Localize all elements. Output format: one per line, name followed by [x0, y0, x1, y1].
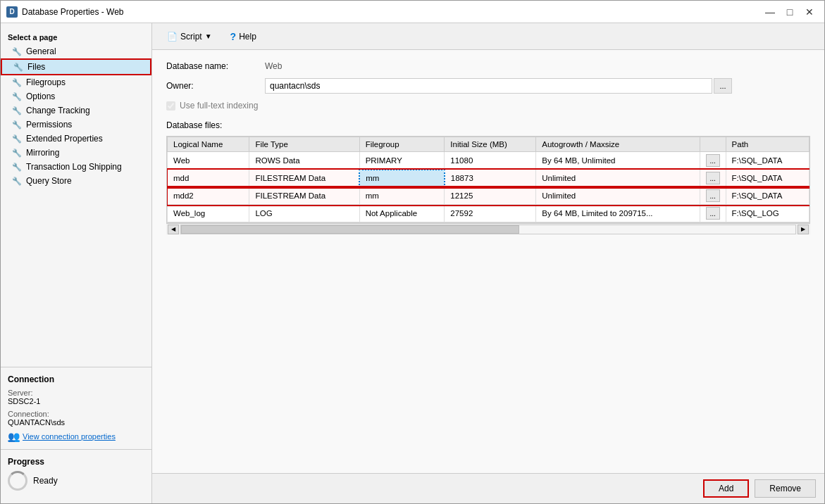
connection-section: Connection Server: SDSC2-1 Connection: Q… — [1, 367, 151, 449]
progress-status: Ready — [33, 476, 58, 486]
window-title: Database Properties - Web — [22, 7, 761, 17]
script-button[interactable]: 📄 Script ▼ — [161, 29, 218, 44]
owner-label: Owner: — [166, 81, 265, 91]
col-path: Path — [726, 137, 809, 152]
cell-logical-name: Web — [168, 152, 249, 170]
main-content: Select a page 🔧 General 🔧 Files 🔧 Filegr… — [1, 23, 824, 503]
browse-cell-button[interactable]: ... — [706, 154, 720, 167]
table-row[interactable]: Web_logLOGNot Applicable27592By 64 MB, L… — [168, 205, 810, 222]
scroll-right-arrow[interactable]: ▶ — [798, 225, 809, 234]
main-window: D Database Properties - Web — □ ✕ Select… — [0, 0, 825, 504]
db-files-table-wrapper: Logical Name File Type Filegroup Initial… — [166, 136, 810, 223]
cell-file-type: FILESTREAM Data — [249, 187, 359, 205]
cell-path: F:\SQL_DATA — [726, 170, 809, 187]
owner-browse-button[interactable]: ... — [714, 78, 732, 94]
sidebar-item-files[interactable]: 🔧 Files — [1, 58, 151, 75]
mirroring-icon: 🔧 — [12, 149, 22, 158]
col-filegroup: Filegroup — [359, 137, 445, 152]
progress-spinner — [8, 471, 27, 491]
progress-title: Progress — [8, 457, 144, 467]
sidebar-item-filegroups[interactable]: 🔧 Filegroups — [1, 75, 151, 89]
cell-initial-size: 11080 — [445, 152, 536, 170]
sidebar-item-change-tracking[interactable]: 🔧 Change Tracking — [1, 103, 151, 118]
server-value: SDSC2-1 — [8, 397, 144, 405]
cell-browse[interactable]: ... — [700, 187, 726, 205]
cell-autogrowth: By 64 MB, Unlimited — [536, 152, 700, 170]
sidebar-item-query-store[interactable]: 🔧 Query Store — [1, 174, 151, 188]
filegroups-icon: 🔧 — [12, 78, 22, 87]
right-panel: 📄 Script ▼ ? Help Database name: Web — [152, 23, 824, 503]
cell-file-type: ROWS Data — [249, 152, 359, 170]
files-icon: 🔧 — [13, 63, 23, 72]
cell-initial-size: 12125 — [445, 187, 536, 205]
query-store-icon: 🔧 — [12, 177, 22, 186]
app-icon: D — [6, 6, 18, 18]
browse-cell-button[interactable]: ... — [706, 207, 720, 220]
table-row[interactable]: mdd2FILESTREAM Datamm12125Unlimited...F:… — [168, 187, 810, 205]
fulltext-label: Use full-text indexing — [180, 101, 258, 111]
cell-path: F:\SQL_LOG — [726, 205, 809, 222]
cell-initial-size: 27592 — [445, 205, 536, 222]
owner-row: Owner: ... — [166, 78, 810, 94]
close-button[interactable]: ✕ — [800, 5, 819, 19]
options-icon: 🔧 — [12, 92, 22, 101]
content-area: Database name: Web Owner: ... Use full-t… — [152, 50, 824, 473]
sidebar-item-options[interactable]: 🔧 Options — [1, 89, 151, 103]
sidebar-item-extended-properties[interactable]: 🔧 Extended Properties — [1, 132, 151, 146]
cell-initial-size: 18873 — [445, 170, 536, 187]
bottom-bar: Add Remove — [152, 473, 824, 503]
change-tracking-icon: 🔧 — [12, 106, 22, 115]
owner-input[interactable] — [265, 78, 712, 94]
server-label: Server: — [8, 389, 144, 397]
col-file-type: File Type — [249, 137, 359, 152]
scroll-thumb[interactable] — [181, 225, 519, 234]
sidebar-item-permissions[interactable]: 🔧 Permissions — [1, 118, 151, 132]
script-icon: 📄 — [167, 32, 178, 42]
owner-input-group: ... — [265, 78, 732, 94]
browse-cell-button[interactable]: ... — [706, 172, 720, 184]
scroll-left-arrow[interactable]: ◀ — [168, 225, 179, 234]
fulltext-row: Use full-text indexing — [166, 101, 810, 111]
cell-autogrowth: Unlimited — [536, 170, 700, 187]
cell-path: F:\SQL_DATA — [726, 187, 809, 205]
table-row[interactable]: mddFILESTREAM Datamm18873Unlimited...F:\… — [168, 170, 810, 187]
horizontal-scrollbar[interactable]: ◀ ▶ — [166, 223, 810, 234]
cell-path: F:\SQL_DATA — [726, 152, 809, 170]
sidebar: Select a page 🔧 General 🔧 Files 🔧 Filegr… — [1, 23, 152, 503]
db-files-table: Logical Name File Type Filegroup Initial… — [167, 137, 810, 222]
minimize-button[interactable]: — — [761, 5, 779, 19]
sidebar-item-transaction-log-shipping[interactable]: 🔧 Transaction Log Shipping — [1, 160, 151, 174]
cell-filegroup: mm — [359, 187, 445, 205]
cell-logical-name: Web_log — [168, 205, 249, 222]
col-autogrowth: Autogrowth / Maxsize — [536, 137, 700, 152]
sidebar-section-title: Select a page — [1, 29, 151, 44]
progress-section: Progress Ready — [1, 449, 151, 498]
cell-browse[interactable]: ... — [700, 152, 726, 170]
connection-title: Connection — [8, 374, 144, 384]
toolbar: 📄 Script ▼ ? Help — [152, 23, 824, 50]
table-row[interactable]: WebROWS DataPRIMARY11080By 64 MB, Unlimi… — [168, 152, 810, 170]
title-bar: D Database Properties - Web — □ ✕ — [1, 1, 824, 23]
add-button[interactable]: Add — [703, 479, 749, 498]
sidebar-item-mirroring[interactable]: 🔧 Mirroring — [1, 146, 151, 160]
connection-value: QUANTACN\sds — [8, 418, 144, 427]
general-icon: 🔧 — [12, 47, 22, 56]
cell-filegroup: PRIMARY — [359, 152, 445, 170]
remove-button[interactable]: Remove — [755, 479, 816, 498]
cell-browse[interactable]: ... — [700, 205, 726, 222]
sidebar-item-general[interactable]: 🔧 General — [1, 44, 151, 58]
col-initial-size: Initial Size (MB) — [445, 137, 536, 152]
db-name-value: Web — [265, 61, 282, 71]
browse-cell-button[interactable]: ... — [706, 189, 720, 202]
view-connection-properties-link[interactable]: 👥 View connection properties — [8, 431, 144, 442]
cell-browse[interactable]: ... — [700, 170, 726, 187]
help-icon: ? — [230, 31, 237, 42]
cell-file-type: LOG — [249, 205, 359, 222]
script-dropdown-arrow: ▼ — [205, 32, 212, 40]
maximize-button[interactable]: □ — [781, 5, 799, 19]
permissions-icon: 🔧 — [12, 120, 22, 130]
help-button[interactable]: ? Help — [224, 28, 263, 45]
connection-link-icon: 👥 — [8, 431, 20, 442]
scroll-track[interactable] — [180, 225, 796, 234]
db-name-row: Database name: Web — [166, 61, 810, 71]
